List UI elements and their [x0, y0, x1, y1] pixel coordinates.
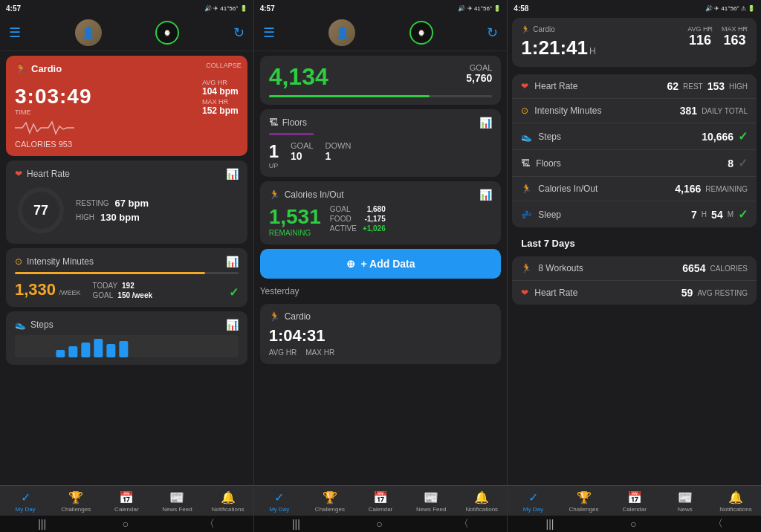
sleep-check-3: ✓	[738, 207, 748, 221]
floors-bar-2	[269, 133, 314, 135]
app-header-1: ☰ 👤 ⌚ ↻	[0, 15, 253, 51]
back-btn-1[interactable]: |||	[38, 518, 46, 530]
add-data-btn-2[interactable]: ⊕ + Add Data	[260, 249, 502, 279]
recents-btn-1[interactable]: 〈	[204, 517, 215, 531]
heart-rate-row-3[interactable]: ❤ Heart Rate 62 REST 153 HIGH	[512, 74, 757, 99]
last7-hr-row-3[interactable]: ❤ Heart Rate 59 AVG RESTING	[512, 281, 757, 305]
intensity-card-1: ⊙ Intensity Minutes 📊 1,330 /WEEK T	[6, 248, 247, 307]
cardio-time-unit-3: H	[589, 46, 596, 56]
nav-myday-1[interactable]: ✓ My Day	[0, 490, 51, 513]
sleep-title-3: Sleep	[538, 210, 561, 220]
floors-card-2: 🏗 Floors 📊 1 UP GOAL 10	[260, 109, 502, 177]
cardio-header-1: 🏃 Cardio COLLAPSE	[15, 63, 239, 74]
steps-chart-icon-1[interactable]: 📊	[226, 319, 239, 331]
steps-chart-placeholder-1	[15, 335, 239, 357]
nav-notifications-2[interactable]: 🔔 Notifications	[456, 490, 507, 513]
detail-rows-3: ❤ Heart Rate 62 REST 153 HIGH ⊙ Intensit…	[512, 74, 757, 227]
avg-hr-label-1: AVG HR	[202, 79, 239, 86]
nav-newsfeed-1[interactable]: 📰 News Feed	[152, 490, 202, 513]
home-btn-2[interactable]: ○	[376, 518, 382, 530]
workouts-row-3[interactable]: 🏃 8 Workouts 6654 CALORIES	[512, 256, 757, 281]
back-btn-2[interactable]: |||	[292, 518, 300, 530]
floors-title-3: Floors	[536, 158, 560, 169]
time-3: 4:58	[514, 4, 528, 13]
avatar-2[interactable]: 👤	[328, 19, 355, 46]
floors-row-3[interactable]: 🏗 Floors 8 ✓	[512, 150, 757, 177]
cal-title-3: Calories In/Out	[538, 184, 598, 194]
back-btn-3[interactable]: |||	[546, 518, 554, 530]
yday-max-hr-label-2: MAX HR	[305, 348, 334, 357]
nav-newsfeed-3[interactable]: 📰 News	[660, 490, 710, 513]
floors-icon-3: 🏗	[521, 158, 530, 169]
yday-cardio-time-2: 1:04:31	[269, 326, 493, 346]
avg-hr-group-3: AVG HR 116	[687, 25, 713, 48]
max-hr-value-1: 152 bpm	[202, 106, 239, 116]
nav-myday-2[interactable]: ✓ My Day	[254, 490, 305, 513]
nav-calendar-2[interactable]: 📅 Calendar	[355, 490, 406, 513]
nav-bar-2: ||| ○ 〈	[254, 516, 508, 532]
nav-notifications-1[interactable]: 🔔 Notifications	[203, 490, 253, 513]
cal-io-chart-icon-2[interactable]: 📊	[479, 189, 492, 201]
scroll-content-3: 🏃 Cardio 1:21:41 H AVG HR 116	[508, 15, 761, 485]
nav-myday-3[interactable]: ✓ My Day	[508, 490, 558, 513]
intensity-chart-icon-1[interactable]: 📊	[226, 256, 239, 267]
nav-calendar-1[interactable]: 📅 Calendar	[101, 490, 152, 513]
intensity-row-3[interactable]: ⊙ Intensity Minutes 381 DAILY TOTAL	[512, 99, 757, 123]
floors-value-3: 8	[728, 158, 734, 169]
goal-label-2: GOAL	[470, 63, 493, 72]
watch-icon-1[interactable]: ⌚	[155, 21, 179, 45]
recents-btn-2[interactable]: 〈	[459, 517, 469, 531]
cal-icon-3: 🏃	[521, 184, 532, 194]
nav-myday-label-1: My Day	[16, 506, 36, 513]
recents-btn-3[interactable]: 〈	[713, 517, 723, 531]
cal-remaining-value-2: 1,531	[269, 205, 321, 229]
collapse-btn-1[interactable]: COLLAPSE	[206, 62, 242, 69]
cal-row-3[interactable]: 🏃 Calories In/Out 4,166 REMAINING	[512, 177, 757, 201]
steps-row-3[interactable]: 👟 Steps 10,666 ✓	[512, 123, 757, 150]
cal-value-3: 4,166	[675, 183, 701, 195]
menu-icon-1[interactable]: ☰	[9, 25, 21, 41]
calories-io-card-2: 🏃 Calories In/Out 📊 1,531 REMAINING GOAL…	[260, 181, 502, 244]
screen-2: 4:57 🔊 ✈ 41°56° 🔋 ☰ 👤 ⌚ ↻ 4,134 GOAL	[254, 0, 508, 532]
nav-challenges-2[interactable]: 🏆 Challenges	[305, 490, 355, 513]
nav-challenges-3[interactable]: 🏆 Challenges	[558, 490, 609, 513]
home-btn-3[interactable]: ○	[630, 518, 636, 530]
steps-title-1: Steps	[30, 319, 54, 330]
nav-newsfeed-2[interactable]: 📰 News Feed	[406, 490, 456, 513]
last7-label-3: Last 7 Days	[512, 232, 757, 252]
sync-icon-2[interactable]: ↻	[487, 25, 498, 41]
floors-goal-label-2: GOAL	[291, 141, 314, 150]
watch-icon-2[interactable]: ⌚	[409, 21, 433, 45]
bottom-nav-3: ✓ My Day 🏆 Challenges 📅 Calendar 📰 News …	[508, 485, 761, 516]
floors-up-value-2: 1	[269, 141, 279, 162]
menu-icon-2[interactable]: ☰	[263, 25, 275, 41]
nav-challenges-1[interactable]: 🏆 Challenges	[51, 490, 101, 513]
workouts-value-label-3: 8 Workouts	[538, 263, 583, 273]
resting-value-1: 67 bpm	[114, 198, 149, 209]
add-data-icon-2: ⊕	[346, 258, 355, 270]
sleep-hours-3: 7	[691, 209, 697, 221]
cal-io-icon-2: 🏃	[269, 189, 280, 200]
yesterday-cardio-2: 🏃 Cardio 1:04:31 AVG HR MAX HR	[260, 304, 502, 364]
floors-icon-2: 🏗	[269, 117, 278, 128]
resting-label-1: RESTING	[76, 199, 109, 207]
floors-chart-icon-2[interactable]: 📊	[479, 117, 492, 129]
sync-icon-1[interactable]: ↻	[233, 25, 245, 41]
home-btn-1[interactable]: ○	[123, 518, 129, 530]
screen-3: 4:58 🔊 ✈ 41°56° ⚠ 🔋 🏃 Cardio 1:21:41	[508, 0, 761, 532]
cardio-time-3: 1:21:41	[521, 36, 588, 59]
steps-progress-bar-2	[269, 95, 430, 97]
avatar-1[interactable]: 👤	[75, 19, 102, 46]
floors-up-label-2: UP	[269, 162, 279, 169]
intensity-bar-1	[15, 272, 205, 274]
nav-calendar-3[interactable]: 📅 Calendar	[609, 490, 660, 513]
nav-notifications-label-1: Notifications	[212, 506, 245, 513]
hr-value-1: 77	[33, 203, 48, 218]
floors-goal-value-2: 10	[291, 150, 314, 162]
sleep-row-3[interactable]: 💤 Sleep 7 H 54 M ✓	[512, 201, 757, 227]
nav-challenges-label-1: Challenges	[61, 506, 91, 513]
nav-notifications-3[interactable]: 🔔 Notifications	[710, 490, 761, 513]
add-data-label-2: + Add Data	[361, 258, 415, 270]
hr-chart-icon-1[interactable]: 📊	[226, 168, 239, 180]
nav-newsfeed-icon-1: 📰	[169, 490, 184, 505]
